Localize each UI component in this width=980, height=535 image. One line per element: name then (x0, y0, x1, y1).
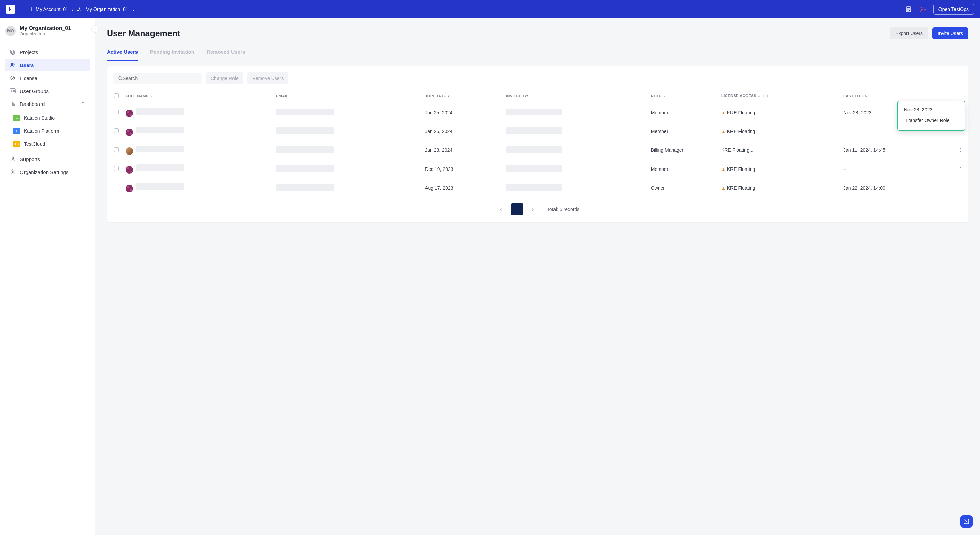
search-input[interactable] (123, 76, 198, 81)
sidebar-label: Dashboard (20, 101, 45, 107)
col-license-access[interactable]: LICENSE ACCESS▲i (718, 89, 840, 103)
open-testops-button[interactable]: Open TestOps (933, 4, 974, 14)
table-row: Jan 25, 2024Member▲KRE FloatingNov 28, 2… (107, 103, 968, 122)
svg-point-10 (13, 64, 14, 65)
redacted-name (137, 183, 184, 190)
tab-removed-users[interactable]: Removed Users (207, 46, 245, 60)
globe-icon[interactable] (919, 5, 927, 13)
cell-license: ▲KRE Floating (718, 103, 840, 122)
table-row: Jan 25, 2024Member▲KRE Floating (107, 122, 968, 141)
users-panel: Change Role Remove Users FULL NAME▲ EMAI… (107, 66, 969, 222)
redacted-email (276, 127, 334, 134)
row-checkbox[interactable] (114, 128, 119, 133)
avatar (126, 129, 133, 136)
tab-active-users[interactable]: Active Users (107, 46, 138, 60)
sidebar-item-org-settings[interactable]: Organization Settings (5, 165, 90, 178)
sort-icon: ▲ (663, 95, 666, 98)
help-button[interactable] (960, 515, 972, 527)
row-checkbox[interactable] (114, 166, 119, 171)
svg-rect-8 (11, 51, 14, 54)
redacted-email (276, 184, 334, 191)
search-icon (118, 76, 123, 81)
row-action-dropdown: Nov 28, 2023, Transfer Owner Role (897, 101, 966, 131)
table-row: Dec 19, 2023Member▲KRE Floating--⋮ (107, 160, 968, 178)
select-all-checkbox[interactable] (114, 93, 119, 98)
svg-point-11 (11, 76, 14, 80)
sidebar-subitem-testcloud[interactable]: TC TestCloud (5, 138, 95, 151)
cell-join-date: Jan 25, 2024 (422, 103, 503, 122)
sidebar-label: Supports (20, 156, 40, 162)
sidebar-item-supports[interactable]: Supports (5, 152, 90, 165)
redacted-email (276, 109, 334, 115)
sidebar-subitem-katalon-platform[interactable]: T Katalon Platform (5, 125, 95, 138)
content: User Management Export Users Invite User… (95, 18, 980, 535)
row-checkbox[interactable] (114, 110, 119, 114)
sidebar-sublabel: TestCloud (24, 141, 45, 147)
prev-page-button[interactable]: ‹ (496, 204, 506, 214)
chevron-right-icon: › (72, 6, 73, 12)
svg-point-16 (118, 76, 121, 79)
tab-pending-invitation[interactable]: Pending Invitation (150, 46, 194, 60)
org-type: Organization (20, 31, 71, 37)
user-groups-icon (10, 88, 16, 94)
row-kebab-button[interactable]: ⋮ (956, 148, 965, 153)
sidebar-label: Projects (20, 49, 38, 55)
col-join-date[interactable]: JOIN DATE▼ (422, 89, 503, 103)
sidebar-subitem-katalon-studio[interactable]: SE Katalon Studio (5, 112, 95, 125)
transfer-owner-role-item[interactable]: Transfer Owner Role (898, 114, 965, 127)
breadcrumb-account[interactable]: My Account_01 (36, 6, 68, 12)
row-kebab-button[interactable]: ⋮ (956, 167, 965, 172)
col-role[interactable]: ROLE▲ (648, 89, 718, 103)
cell-join-date: Jan 25, 2024 (422, 122, 503, 141)
org-icon (76, 6, 82, 12)
search-input-wrap[interactable] (113, 73, 202, 84)
cell-join-date: Jan 23, 2024 (422, 141, 503, 160)
chevron-up-icon: ⌃ (81, 101, 86, 107)
sort-icon: ▲ (150, 95, 153, 98)
dashboard-icon (10, 101, 16, 107)
org-header[interactable]: MO My Organization_01 Organization (0, 25, 95, 42)
sidebar-item-projects[interactable]: Projects (5, 46, 90, 59)
col-invited-by[interactable]: INVITED BY (503, 89, 648, 103)
avatar (126, 185, 133, 192)
app-logo[interactable] (6, 5, 15, 14)
sidebar-item-license[interactable]: License (5, 71, 90, 84)
users-icon (10, 62, 16, 68)
table-row: Jan 23, 2024Billing ManagerKRE Floating,… (107, 141, 968, 160)
col-full-name[interactable]: FULL NAME▲ (122, 89, 273, 103)
cell-join-date: Aug 17, 2023 (422, 178, 503, 197)
page-title: User Management (107, 29, 180, 38)
cell-role: Owner (648, 178, 718, 197)
dropdown-lastlogin-preview: Nov 28, 2023, (898, 104, 965, 114)
redacted-invited-by (506, 127, 562, 134)
cell-join-date: Dec 19, 2023 (422, 160, 503, 178)
export-users-button[interactable]: Export Users (890, 27, 928, 40)
redacted-email (276, 165, 334, 172)
breadcrumb: My Account_01 › My Organization_01 ⌄ (27, 6, 136, 12)
svg-point-15 (12, 171, 13, 173)
invite-users-button[interactable]: Invite Users (932, 27, 969, 40)
next-page-button[interactable]: › (528, 204, 538, 214)
page-current[interactable]: 1 (511, 203, 523, 216)
breadcrumb-org[interactable]: My Organization_01 (86, 6, 128, 12)
remove-users-button: Remove Users (247, 72, 289, 84)
svg-point-13 (11, 90, 12, 91)
table-row: Aug 17, 2023Owner▲KRE FloatingJan 22, 20… (107, 178, 968, 197)
page-total: Total: 5 records (547, 206, 580, 212)
cell-role: Member (648, 160, 718, 178)
redacted-name (137, 108, 184, 115)
sidebar-item-users[interactable]: Users (5, 59, 90, 71)
cell-role: Member (648, 122, 718, 141)
collapse-sidebar-button[interactable]: ‹ (91, 25, 99, 33)
svg-rect-12 (10, 89, 15, 93)
sidebar-item-user-groups[interactable]: User Groups (5, 84, 90, 97)
license-icon (10, 75, 16, 81)
info-icon[interactable]: i (763, 94, 768, 98)
docs-icon[interactable] (905, 5, 912, 13)
row-checkbox[interactable] (114, 148, 119, 152)
svg-point-1 (79, 8, 80, 8)
sidebar-item-dashboard[interactable]: Dashboard ⌃ (5, 97, 90, 110)
avatar (126, 148, 133, 155)
chevron-down-icon[interactable]: ⌄ (132, 6, 136, 12)
col-email[interactable]: EMAIL (273, 89, 422, 103)
